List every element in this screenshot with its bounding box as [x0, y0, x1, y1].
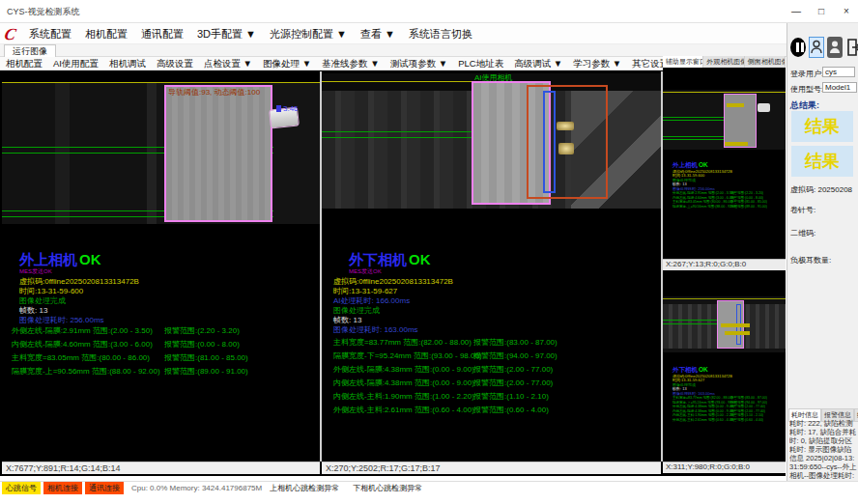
center-result-ok: OK — [409, 251, 431, 267]
status-message-1: 下相机心跳检测异常 — [353, 483, 422, 493]
measurement-row: 内侧左线-主料:1.90mm 范围:(1.00 - 2.20)报警范围:(1.1… — [333, 391, 657, 405]
login-user-input[interactable] — [822, 67, 855, 77]
left-measurements: 外侧左线-隔膜:2.91mm 范围:(2.00 - 3.50)报警范围:(2.2… — [12, 325, 316, 379]
measurement-alarm-range: 报警范围:(94.00 - 97.00) — [473, 351, 558, 360]
toolbar-item-6[interactable]: 基准线参数 ▼ — [322, 58, 380, 70]
aux-view-bottom[interactable]: 外下相机OK虚拟码:0ffline2025020813313472B时间:13-… — [663, 272, 786, 462]
info-field-0: 虚拟码: 20250208 — [790, 184, 852, 195]
model-select[interactable]: Model1 — [822, 82, 857, 93]
result-box-2: 结果 — [791, 146, 853, 177]
close-icon[interactable]: × — [839, 4, 854, 19]
aux-bottom-coordinate-bar: X:311;Y:980;R:0;G:0;B:0 — [663, 462, 786, 473]
status-badges: 心跳信号相机连接通讯连接 — [2, 482, 124, 494]
measurement-row: 主料宽度=83.05mm 范围:(80.00 - 86.00)报警范围:(81.… — [12, 352, 316, 366]
user-icon — [811, 40, 822, 55]
user-login-button[interactable] — [809, 37, 824, 58]
mini-measurement-alarm: 报警范围:(83.00 - 87.00) — [730, 396, 767, 400]
side-panel: 登录用户: 使用型号: Model1 总结果: 结果 结果 虚拟码: 20250… — [786, 23, 858, 481]
toolbar: 相机配置AI使用配置相机调试高级设置点检设置 ▼图像处理 ▼基准线参数 ▼测试项… — [0, 57, 663, 70]
maximize-icon[interactable]: □ — [814, 4, 829, 19]
status-badge-2: 通讯连接 — [85, 482, 124, 494]
menu-item-5[interactable]: 查看 ▼ — [360, 27, 395, 42]
measurement-alarm-range: 报警范围:(83.00 - 87.00) — [473, 338, 558, 347]
aux-top-image — [663, 90, 786, 150]
log-text: 耗时: 222, 缺陷检测耗时: 17, 缺陷合并耗时: 0, 缺陷提取分区耗时… — [789, 419, 857, 479]
mini-measurement-alarm: 报警范围:(2.00 - 77.00) — [730, 409, 765, 413]
info-field-label: 卷针号: — [790, 206, 815, 214]
toolbar-item-5[interactable]: 图像处理 ▼ — [263, 58, 311, 70]
mini-title-ok: OK — [699, 161, 708, 169]
left-camera-image: 导轨阈值:93, 动态阈值:100 3.46 — [2, 83, 320, 224]
aux-tab-2[interactable]: 侧面相机图像 — [745, 56, 786, 68]
measurement-value: 主料宽度=83.05mm 范围:(80.00 - 86.00) — [12, 352, 164, 363]
toolbar-item-0[interactable]: 相机配置 — [6, 58, 43, 70]
info-field-3: 负极耳数量: — [790, 255, 831, 266]
measurement-value: 外侧左线-主料:2.61mm 范围:(0.60 - 4.00) — [333, 405, 473, 415]
minimize-icon[interactable]: — — [788, 4, 804, 19]
mini-measurement-row: 隔膜宽度-上=90.56mm 范围:(88.00 - 92.00)报警范围:(8… — [672, 204, 786, 209]
measurement-row: 内侧左线-隔膜:4.38mm 范围:(0.00 - 9.00)报警范围:(2.0… — [333, 378, 657, 391]
aux-top-coordinate-bar: X:267;Y:13;R:0;G:0;B:0 — [663, 259, 786, 270]
roi-rectangle — [724, 94, 757, 148]
info-field-label: 负极耳数量: — [790, 256, 831, 265]
left-camera-view[interactable]: 导轨阈值:93, 动态阈值:100 3.46 外上相机OK MES发送OK 虚拟… — [2, 71, 320, 474]
window-controls: — □ × — [788, 4, 854, 19]
measurement-value: 隔膜宽度-下=95.24mm 范围:(93.00 - 98.00) — [333, 350, 473, 361]
mini-measurement-alarm: 报警范围:(2.00 - 77.00) — [730, 405, 765, 408]
status-badge-1: 相机连接 — [43, 482, 82, 494]
menu-item-3[interactable]: 3D手配置 ▼ — [197, 27, 256, 42]
mini-result-title: 外下相机OK — [672, 365, 786, 374]
toolbar-item-4[interactable]: 点检设置 ▼ — [204, 58, 252, 70]
mini-measurement-alarm: 报警范围:(1.10 - 2.10) — [730, 413, 763, 417]
toolbar-item-8[interactable]: PLC地址表 — [458, 58, 503, 70]
measurement-value: 内侧左线-隔膜:4.60mm 范围:(3.00 - 6.00) — [12, 339, 164, 350]
user-manage-button[interactable] — [827, 37, 843, 58]
left-coordinate-bar: X:7677;Y:891;R:14;G:14;B:14 — [2, 462, 320, 474]
aux-view-top[interactable]: 外上相机OK虚拟码:0ffline2025020813313472B时间:13-… — [663, 68, 786, 270]
center-coordinate-bar: X:270;Y:2502;R:17;G:17;B:17 — [322, 462, 661, 474]
left-elapsed: 图像处理耗时: 256.00ms — [19, 315, 104, 325]
menu-item-0[interactable]: 系统配置 — [29, 27, 72, 42]
measurement-alarm-range: 报警范围:(89.00 - 91.00) — [164, 367, 248, 376]
measurement-alarm-range: 报警范围:(2.00 - 77.00) — [473, 365, 553, 374]
aux-bottom-image — [663, 296, 786, 352]
control-button-row — [790, 37, 858, 58]
pause-button[interactable] — [790, 37, 806, 58]
toolbar-item-1[interactable]: AI使用配置 — [53, 58, 99, 70]
aux-view-tabs: 辅助显示窗口外观相机图像侧面相机图像 — [663, 56, 786, 68]
menu-items: 系统配置相机配置通讯配置3D手配置 ▼光源控制配置 ▼查看 ▼系统语言切换 — [29, 27, 472, 42]
mini-measurement-value: 外侧左线-主料:2.61mm 范围:(0.60 - 4.00) — [672, 417, 730, 422]
left-result-ok: OK — [79, 251, 101, 267]
tab-run-image[interactable]: 运行图像 — [4, 44, 56, 57]
measurement-row: 外侧左线-隔膜:4.38mm 范围:(0.00 - 9.00)报警范围:(2.0… — [333, 364, 657, 378]
menu-item-2[interactable]: 通讯配置 — [141, 27, 184, 42]
menu-item-6[interactable]: 系统语言切换 — [409, 27, 472, 42]
info-field-label: 虚拟码: — [790, 185, 817, 194]
center-elapsed: 图像处理耗时: 163.00ms — [333, 324, 418, 335]
toolbar-item-2[interactable]: 相机调试 — [109, 58, 146, 70]
exit-door-icon — [846, 39, 858, 56]
aux-bottom-result-text: 外下相机OK虚拟码:0ffline2025020813313472B时间:13-… — [672, 365, 786, 422]
cpu-memory-status: Cpu: 0.0% Memory: 3424.41796875M — [131, 484, 262, 492]
toolbar-item-7[interactable]: 测试项参数 ▼ — [390, 58, 448, 70]
pause-icon — [790, 38, 806, 57]
menu-item-1[interactable]: 相机配置 — [85, 27, 128, 42]
mini-title-text: 外下相机 — [672, 366, 698, 374]
center-camera-view[interactable]: AI使用相机 外下相机OK MES发送OK 虚拟码:0ffline2025020… — [322, 71, 661, 474]
aux-tab-1[interactable]: 外观相机图像 — [703, 56, 744, 68]
toolbar-item-9[interactable]: 高级调试 ▼ — [514, 58, 562, 70]
toolbar-item-3[interactable]: 高级设置 — [157, 58, 193, 70]
measurement-row: 隔膜宽度-下=95.24mm 范围:(93.00 - 98.00)报警范围:(9… — [333, 350, 657, 364]
aux-tab-0[interactable]: 辅助显示窗口 — [663, 56, 703, 68]
measurement-value: 外侧左线-隔膜:2.91mm 范围:(2.00 - 3.50) — [12, 325, 164, 336]
exit-button[interactable] — [845, 37, 858, 58]
toolbar-item-10[interactable]: 学习参数 ▼ — [573, 58, 621, 70]
measurement-value: 内侧左线-隔膜:4.38mm 范围:(0.00 - 9.00) — [333, 378, 473, 388]
info-field-value: 20250208 — [817, 185, 852, 194]
measurement-alarm-range: 报警范围:(2.20 - 3.20) — [164, 326, 240, 335]
mini-measurement-alarm: 报警范围:(89.00 - 91.00) — [730, 205, 767, 209]
user-lock-icon — [829, 40, 841, 55]
app-window: CYS-视觉检测系统 — □ × C 系统配置相机配置通讯配置3D手配置 ▼光源… — [0, 0, 858, 504]
menu-item-4[interactable]: 光源控制配置 ▼ — [270, 27, 347, 42]
model-label: 使用型号: — [790, 85, 823, 94]
